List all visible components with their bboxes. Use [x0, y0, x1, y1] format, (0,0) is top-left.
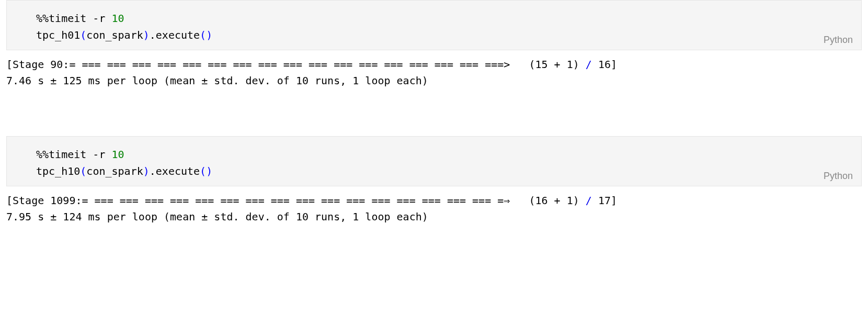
paren-open: (	[80, 165, 86, 177]
language-label: Python	[824, 171, 853, 182]
paren-close: )	[206, 29, 212, 41]
progress-total: 16]	[592, 58, 617, 71]
code-block: %%timeit -r 10 tpc_h01(con_spark).execut…	[7, 1, 861, 50]
magic-command: %%timeit -r	[36, 148, 112, 161]
timing-result: 7.95 s ± 124 ms per loop (mean ± std. de…	[6, 210, 428, 223]
progress-total: 17]	[592, 194, 617, 207]
paren-close: )	[206, 165, 212, 177]
language-label: Python	[824, 35, 853, 46]
code-cell: %%timeit -r 10 tpc_h01(con_spark).execut…	[6, 0, 862, 50]
stage-prefix: [Stage 1099:	[6, 194, 82, 207]
progress-suffix: (15 + 1)	[510, 58, 586, 71]
paren-open: (	[200, 165, 206, 177]
number-literal: 10	[112, 12, 124, 25]
code-block: %%timeit -r 10 tpc_h10(con_spark).execut…	[7, 137, 861, 186]
argument: con_spark	[86, 29, 143, 41]
paren-open: (	[80, 29, 86, 41]
output-block: [Stage 90:= === === === === === === === …	[0, 50, 868, 89]
slash: /	[586, 58, 592, 71]
function-name: tpc_h01	[36, 29, 80, 41]
number-literal: 10	[112, 148, 124, 161]
timing-result: 7.46 s ± 125 ms per loop (mean ± std. de…	[6, 74, 428, 87]
magic-command: %%timeit -r	[36, 12, 112, 25]
stage-prefix: [Stage 90:	[6, 58, 69, 71]
output-block: [Stage 1099:= === === === === === === ==…	[0, 186, 868, 225]
progress-suffix: (16 + 1)	[510, 194, 586, 207]
function-name: tpc_h10	[36, 165, 80, 177]
paren-close: )	[143, 165, 150, 177]
paren-close: )	[143, 29, 150, 41]
paren-open: (	[200, 29, 206, 41]
slash: /	[586, 194, 592, 207]
method-name: .execute	[150, 165, 200, 177]
argument: con_spark	[86, 165, 143, 177]
spacer	[0, 89, 868, 136]
progress-bar: = === === === === === === === === === ==…	[82, 194, 510, 207]
progress-bar: = === === === === === === === === === ==…	[69, 58, 510, 71]
method-name: .execute	[150, 29, 200, 41]
code-cell: %%timeit -r 10 tpc_h10(con_spark).execut…	[6, 136, 862, 186]
